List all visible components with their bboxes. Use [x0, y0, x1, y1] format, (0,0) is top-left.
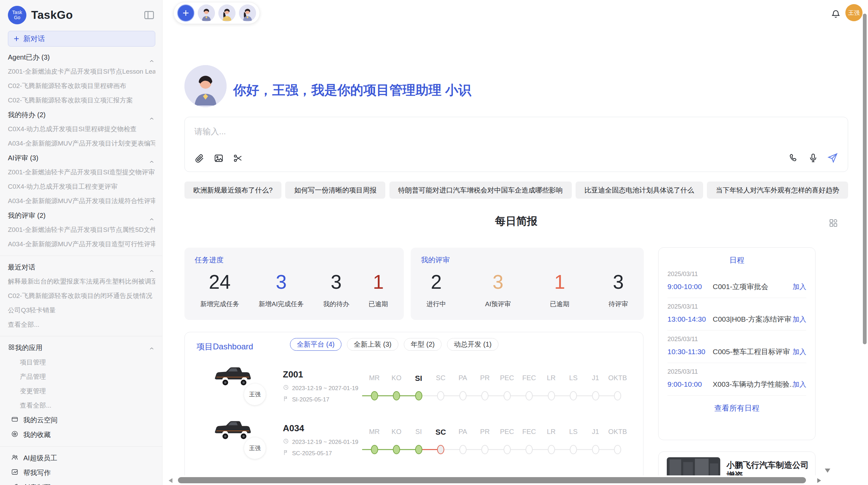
- view-all-schedule-link[interactable]: 查看所有日程: [667, 403, 806, 413]
- milestone-dot-pa[interactable]: [459, 445, 467, 454]
- app-link-item[interactable]: 项目管理: [8, 355, 155, 370]
- join-meeting-link[interactable]: 加入: [793, 315, 806, 324]
- milestone-dot-fec[interactable]: [526, 445, 533, 454]
- milestone-dot-fec[interactable]: [526, 391, 533, 400]
- scroll-down-arrow[interactable]: [825, 469, 830, 473]
- milestone-dot-lr[interactable]: [548, 445, 555, 454]
- project-row-a034[interactable]: 王强A0342023-12-19 ~ 2026-01-19SC-2025-05-…: [185, 415, 643, 470]
- join-meeting-link[interactable]: 加入: [793, 282, 806, 291]
- milestone-dot-sc[interactable]: [437, 391, 444, 400]
- milestone-dot-si[interactable]: [415, 391, 422, 400]
- milestone-dot-pec[interactable]: [504, 445, 511, 454]
- milestone-dot-pa[interactable]: [459, 391, 467, 400]
- vertical-scrollbar-thumb[interactable]: [863, 14, 867, 344]
- sidebar-section-0[interactable]: Agent已办 (3): [8, 50, 155, 64]
- milestone-dot-mr[interactable]: [371, 445, 378, 454]
- sidebar-task-item[interactable]: C02-飞腾新能源轻客改款项目里程碑画布: [8, 79, 155, 93]
- briefing-layout-icon[interactable]: [828, 218, 839, 229]
- milestone-dot-si[interactable]: [415, 445, 422, 454]
- sidebar-task-item[interactable]: Z001-全新燃油皮卡产品开发项目SI节点Lesson Learn报告: [8, 64, 155, 79]
- milestone-dot-ls[interactable]: [570, 391, 577, 400]
- agent-avatar-3[interactable]: [239, 4, 256, 22]
- add-conversation-button[interactable]: [177, 4, 194, 22]
- suggestion-chip[interactable]: 比亚迪全固态电池计划具体说了什么: [576, 182, 703, 199]
- attachment-icon[interactable]: [194, 153, 205, 165]
- user-avatar[interactable]: 王强: [845, 4, 863, 21]
- schedule-entry[interactable]: 2025/03/119:00-10:00C001-立项审批会加入: [667, 265, 806, 298]
- milestone-dot-pr[interactable]: [481, 445, 489, 454]
- join-meeting-link[interactable]: 加入: [793, 347, 806, 357]
- milestone-dot-ko[interactable]: [393, 445, 400, 454]
- project-row-z001[interactable]: 王强Z0012023-12-19 ~ 2027-01-19SI-2025-05-…: [185, 362, 643, 416]
- suggestion-chip[interactable]: 特朗普可能对进口汽车增税会对中国车企造成哪些影响: [389, 182, 572, 199]
- dashboard-tab[interactable]: 全新平台 (4): [290, 338, 341, 351]
- image-upload-icon[interactable]: [214, 153, 224, 165]
- join-meeting-link[interactable]: 加入: [793, 380, 806, 389]
- collapse-sidebar-icon[interactable]: [143, 9, 155, 21]
- milestone-dot-ls[interactable]: [570, 445, 577, 454]
- sidebar-my-apps[interactable]: 我的应用: [8, 340, 155, 355]
- recent-conversation-item[interactable]: 解释最新出台的欧盟报废车法规再生塑料比例被调至15%...: [8, 274, 155, 289]
- chevron-up-icon[interactable]: [149, 264, 155, 274]
- suggestion-chip[interactable]: 如何写一份清晰的项目周报: [285, 182, 385, 199]
- milestone-dot-sc[interactable]: [437, 445, 444, 454]
- milestone-dot-pec[interactable]: [504, 391, 511, 400]
- suggestion-chip[interactable]: 欧洲新规最近颁布了什么?: [184, 182, 281, 199]
- sidebar-tool-1[interactable]: 帮我写作: [8, 465, 155, 480]
- chevron-up-icon[interactable]: [149, 54, 155, 64]
- new-chat-button[interactable]: 新对话: [8, 31, 155, 47]
- chevron-up-icon[interactable]: [149, 155, 155, 165]
- notifications-bell-icon[interactable]: [831, 9, 841, 21]
- sidebar-task-item[interactable]: A034-全新新能源MUV产品开发项目计划变更表编写: [8, 136, 155, 151]
- scroll-left-arrow[interactable]: [169, 478, 172, 483]
- recent-conversation-item[interactable]: 公司Q3轻卡销量: [8, 303, 155, 318]
- recent-conversation-item[interactable]: C02-飞腾新能源轻客改款项目的闭环通告反馈情况: [8, 289, 155, 303]
- milestone-dot-mr[interactable]: [371, 391, 378, 400]
- milestone-dot-oktb[interactable]: [614, 391, 621, 400]
- sidebar-tool-2[interactable]: 创意制图: [8, 480, 155, 485]
- chevron-up-icon[interactable]: [149, 213, 155, 223]
- sidebar-link-favorites[interactable]: 我的收藏: [8, 427, 155, 442]
- microphone-icon[interactable]: [808, 153, 818, 164]
- sidebar-task-item[interactable]: Z001-全新燃油轻卡产品开发项目SI造型提交物评审: [8, 165, 155, 179]
- sidebar-task-item[interactable]: C0X4-动力总成开发项目SI里程碑提交物检查: [8, 122, 155, 136]
- scissors-icon[interactable]: [233, 153, 243, 165]
- sidebar-task-item[interactable]: A034-全新新能源MUV产品开发项目造型可行性评审: [8, 237, 155, 251]
- milestone-dot-j1[interactable]: [592, 445, 599, 454]
- milestone-dot-j1[interactable]: [592, 391, 599, 400]
- milestone-dot-pr[interactable]: [481, 391, 489, 400]
- recent-conversation-item[interactable]: 查看全部...: [8, 318, 155, 332]
- sidebar-section-2[interactable]: AI评审 (3): [8, 151, 155, 165]
- send-icon[interactable]: [827, 152, 838, 165]
- dashboard-tab[interactable]: 年型 (2): [404, 338, 442, 351]
- sidebar-task-item[interactable]: C0X4-动力总成开发项目工程变更评审: [8, 179, 155, 194]
- app-link-item[interactable]: 变更管理: [8, 384, 155, 398]
- chat-input[interactable]: [194, 125, 709, 138]
- sidebar-task-item[interactable]: A034-全新新能源MUV产品开发项目法规符合性评审: [8, 194, 155, 208]
- app-link-item[interactable]: 查看全部...: [8, 398, 155, 413]
- horizontal-scrollbar-thumb[interactable]: [178, 477, 806, 483]
- app-link-item[interactable]: 产品管理: [8, 370, 155, 384]
- dashboard-tab[interactable]: 动总开发 (1): [447, 338, 498, 351]
- agent-avatar-1[interactable]: [198, 4, 215, 22]
- sidebar-link-cloud-space[interactable]: 我的云空间: [8, 413, 155, 427]
- milestone-dot-ko[interactable]: [393, 391, 400, 400]
- schedule-entry[interactable]: 2025/03/1113:00-14:30C003|H0B-方案冻结评审加入: [667, 298, 806, 331]
- sidebar-tool-0[interactable]: AI超级员工: [8, 451, 155, 465]
- milestone-dot-oktb[interactable]: [614, 445, 621, 454]
- dashboard-tab[interactable]: 全新上装 (3): [347, 338, 398, 351]
- schedule-entry[interactable]: 2025/03/1110:30-11:30C005-整车工程目标评审加入: [667, 331, 806, 363]
- schedule-entry[interactable]: 2025/03/119:00-10:00X003-车辆动力学性能验...加入: [667, 363, 806, 396]
- agent-avatar-2[interactable]: [218, 4, 236, 22]
- voice-call-icon[interactable]: [789, 153, 799, 164]
- scroll-right-arrow[interactable]: [817, 478, 821, 483]
- milestone-dot-lr[interactable]: [548, 391, 555, 400]
- sidebar-section-1[interactable]: 我的待办 (2): [8, 108, 155, 122]
- chevron-up-icon[interactable]: [149, 345, 155, 353]
- chevron-up-icon[interactable]: [149, 112, 155, 122]
- sidebar-task-item[interactable]: Z001-全新燃油轻卡产品开发项目SI节点属性5D文件评审: [8, 223, 155, 237]
- suggestion-chip[interactable]: 当下年轻人对汽车外观有怎样的喜好趋势: [707, 182, 848, 199]
- recent-conversations[interactable]: 最近对话: [8, 260, 155, 274]
- sidebar-section-3[interactable]: 我的评审 (2): [8, 208, 155, 223]
- sidebar-task-item[interactable]: C02-飞腾新能源轻客改款项目立项汇报方案: [8, 93, 155, 108]
